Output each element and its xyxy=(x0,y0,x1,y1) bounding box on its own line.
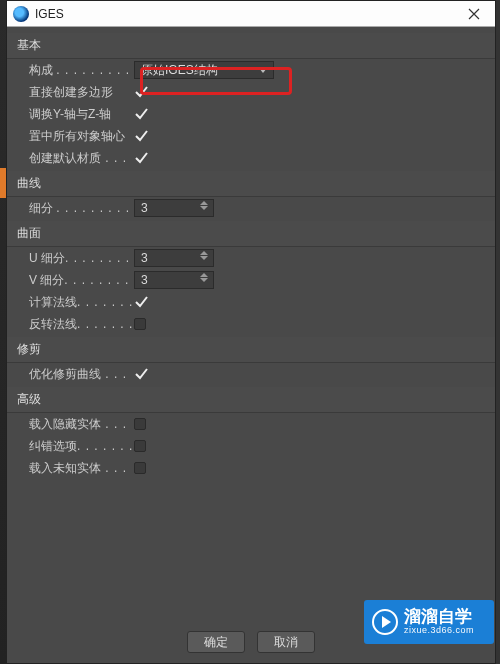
v-subdiv-input[interactable]: 3 xyxy=(134,271,214,289)
v-subdiv-label: V 细分. . . . . . . . xyxy=(29,272,134,289)
curve-subdiv-label: 细分 . . . . . . . . . xyxy=(29,200,134,217)
unknown-entities-label: 载入未知实体 . . . xyxy=(29,460,134,477)
unknown-entities-checkbox[interactable] xyxy=(134,462,146,474)
chevron-down-icon xyxy=(259,68,267,73)
row-error-options: 纠错选项. . . . . . . xyxy=(7,435,495,457)
row-optimize-trim: 优化修剪曲线 . . . xyxy=(7,363,495,385)
center-pivot-label: 置中所有对象轴心 xyxy=(29,128,134,145)
row-unknown-entities: 载入未知实体 . . . xyxy=(7,457,495,479)
compose-dropdown[interactable]: 原始IGES结构 xyxy=(134,61,274,79)
compose-value: 原始IGES结构 xyxy=(141,62,218,79)
default-mat-label: 创建默认材质 . . . xyxy=(29,150,134,167)
row-hidden-entities: 载入隐藏实体 . . . xyxy=(7,413,495,435)
watermark-text: 溜溜自学 zixue.3d66.com xyxy=(404,608,474,637)
row-flip-normal: 反转法线. . . . . . . xyxy=(7,313,495,335)
default-mat-checkbox[interactable] xyxy=(134,151,148,165)
flip-normal-label: 反转法线. . . . . . . xyxy=(29,316,134,333)
section-surface-header: 曲面 xyxy=(7,221,495,247)
error-options-checkbox[interactable] xyxy=(134,440,146,452)
row-curve-subdiv: 细分 . . . . . . . . . 3 xyxy=(7,197,495,219)
row-direct-poly: 直接创建多边形 xyxy=(7,81,495,103)
optimize-trim-checkbox[interactable] xyxy=(134,367,148,381)
error-options-label: 纠错选项. . . . . . . xyxy=(29,438,134,455)
dialog-content: 基本 构成 . . . . . . . . . 原始IGES结构 直接创建多边形… xyxy=(7,27,495,479)
curve-subdiv-value: 3 xyxy=(141,201,148,215)
hidden-entities-label: 载入隐藏实体 . . . xyxy=(29,416,134,433)
spinner-arrows-icon[interactable] xyxy=(200,273,210,282)
row-calc-normal: 计算法线. . . . . . . xyxy=(7,291,495,313)
cancel-button[interactable]: 取消 xyxy=(257,631,315,653)
section-basic-header: 基本 xyxy=(7,33,495,59)
swap-yz-label: 调换Y-轴与Z-轴 xyxy=(29,106,134,123)
flip-normal-checkbox[interactable] xyxy=(134,318,146,330)
direct-poly-checkbox[interactable] xyxy=(134,85,148,99)
spinner-arrows-icon[interactable] xyxy=(200,251,210,260)
u-subdiv-input[interactable]: 3 xyxy=(134,249,214,267)
optimize-trim-label: 优化修剪曲线 . . . xyxy=(29,366,134,383)
watermark-badge: 溜溜自学 zixue.3d66.com xyxy=(364,600,494,644)
calc-normal-checkbox[interactable] xyxy=(134,295,148,309)
section-advanced-header: 高级 xyxy=(7,387,495,413)
ok-button[interactable]: 确定 xyxy=(187,631,245,653)
swap-yz-checkbox[interactable] xyxy=(134,107,148,121)
u-subdiv-label: U 细分. . . . . . . . xyxy=(29,250,134,267)
titlebar: IGES xyxy=(7,1,495,27)
calc-normal-label: 计算法线. . . . . . . xyxy=(29,294,134,311)
app-icon xyxy=(13,6,29,22)
play-icon xyxy=(372,609,398,635)
row-u-subdiv: U 细分. . . . . . . . 3 xyxy=(7,247,495,269)
curve-subdiv-input[interactable]: 3 xyxy=(134,199,214,217)
watermark-brand: 溜溜自学 xyxy=(404,608,474,627)
v-subdiv-value: 3 xyxy=(141,273,148,287)
row-center-pivot: 置中所有对象轴心 xyxy=(7,125,495,147)
iges-dialog: IGES 基本 构成 . . . . . . . . . 原始IGES结构 直接… xyxy=(6,0,496,664)
row-swap-yz: 调换Y-轴与Z-轴 xyxy=(7,103,495,125)
section-trim-header: 修剪 xyxy=(7,337,495,363)
center-pivot-checkbox[interactable] xyxy=(134,129,148,143)
hidden-entities-checkbox[interactable] xyxy=(134,418,146,430)
row-v-subdiv: V 细分. . . . . . . . 3 xyxy=(7,269,495,291)
section-curve-header: 曲线 xyxy=(7,171,495,197)
direct-poly-label: 直接创建多边形 xyxy=(29,84,134,101)
row-default-mat: 创建默认材质 . . . xyxy=(7,147,495,169)
row-compose: 构成 . . . . . . . . . 原始IGES结构 xyxy=(7,59,495,81)
close-button[interactable] xyxy=(459,4,489,24)
watermark-url: zixue.3d66.com xyxy=(404,626,474,636)
dialog-title: IGES xyxy=(35,7,459,21)
compose-label: 构成 . . . . . . . . . xyxy=(29,62,134,79)
spinner-arrows-icon[interactable] xyxy=(200,201,210,210)
u-subdiv-value: 3 xyxy=(141,251,148,265)
